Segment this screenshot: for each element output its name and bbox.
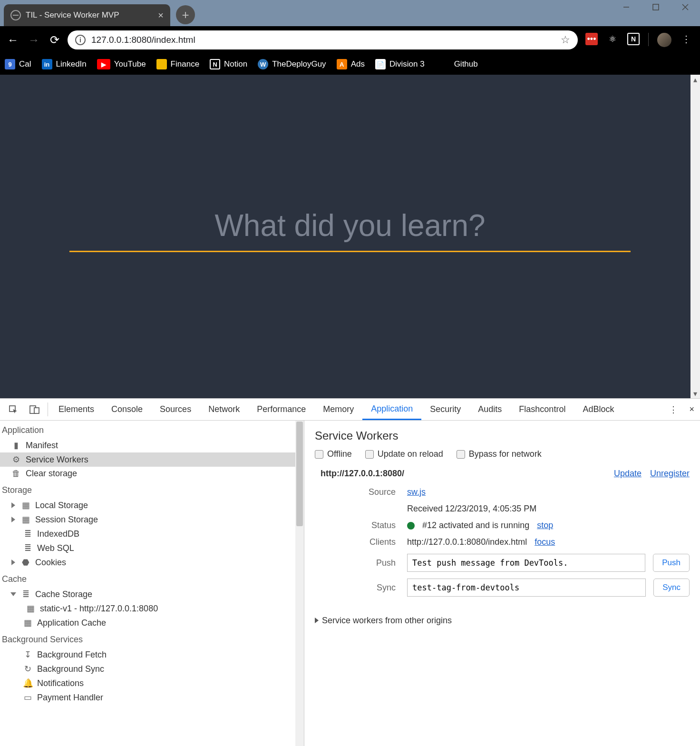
bookmark-github[interactable]: Github [454,59,478,69]
document-icon: 📄 [375,59,386,69]
chevron-right-icon [315,618,319,623]
unregister-link[interactable]: Unregister [650,469,690,479]
extension-lastpass-icon[interactable]: ••• [585,33,598,45]
forward-button[interactable]: → [26,32,42,48]
sync-button[interactable]: Sync [653,579,690,597]
back-button[interactable]: ← [5,32,21,48]
browser-tab[interactable]: TIL - Service Worker MVP × [4,4,170,26]
sidebar-cat-storage: Storage [0,481,304,498]
bookmark-cal[interactable]: 9Cal [5,59,31,69]
bookmark-finance[interactable]: Finance [156,59,199,69]
sidebar-item-bg-sync[interactable]: ↻Background Sync [0,662,304,676]
address-bar[interactable]: i 127.0.0.1:8080/index.html ☆ [68,30,578,49]
bookmark-youtube[interactable]: ▶YouTube [97,59,146,69]
devtools-close-icon[interactable]: × [683,399,700,420]
push-button[interactable]: Push [653,554,690,572]
browser-menu-icon[interactable]: ⋮ [680,33,692,45]
globe-icon [10,10,21,20]
chevron-right-icon [11,502,15,508]
scroll-down-icon[interactable]: ▾ [690,389,700,398]
sidebar-item-websql[interactable]: ≣Web SQL [0,541,304,555]
sidebar-item-local-storage[interactable]: ▦Local Storage [0,498,304,512]
status-label: Status [315,520,407,530]
devtools-sidebar: Application ▮Manifest ⚙Service Workers 🗑… [0,421,304,746]
close-tab-icon[interactable]: × [158,10,164,21]
update-link[interactable]: Update [614,469,642,479]
browser-titlebar: TIL - Service Worker MVP × + [0,0,700,26]
database-icon: ≣ [21,589,30,599]
sidebar-item-payment-handler[interactable]: ▭Payment Handler [0,690,304,705]
tab-elements[interactable]: Elements [50,399,103,420]
devtools-menu-icon[interactable]: ⋮ [663,399,683,420]
tab-network[interactable]: Network [200,399,248,420]
page-viewport: ▴ ▾ [0,75,700,398]
extension-react-icon[interactable]: ⚛ [606,33,619,45]
gear-icon: ⚙ [11,454,21,465]
bookmark-ads[interactable]: AAds [337,59,365,69]
device-toolbar-icon[interactable] [24,399,46,420]
inspect-element-icon[interactable] [3,399,24,420]
reload-button[interactable]: ⟳ [47,32,63,48]
window-close-button[interactable] [671,0,700,14]
minimize-button[interactable] [612,0,641,14]
chevron-down-icon [10,592,16,596]
sidebar-item-indexeddb[interactable]: ≣IndexedDB [0,527,304,541]
page-scrollbar[interactable]: ▴ ▾ [690,75,700,398]
tab-flashcontrol[interactable]: Flashcontrol [510,399,574,420]
sidebar-item-session-storage[interactable]: ▦Session Storage [0,512,304,527]
sidebar-item-service-workers[interactable]: ⚙Service Workers [0,452,304,467]
tab-memory[interactable]: Memory [314,399,362,420]
check-offline[interactable]: Offline [315,449,352,459]
sidebar-item-clear-storage[interactable]: 🗑Clear storage [0,467,304,481]
received-text: Received 12/23/2019, 4:05:35 PM [407,504,536,514]
extension-notion-icon[interactable]: N [627,33,640,45]
sidebar-item-cookies[interactable]: ⬣Cookies [0,555,304,569]
sidebar-scrollbar[interactable] [295,421,304,746]
browser-toolbar: ← → ⟳ i 127.0.0.1:8080/index.html ☆ ••• … [0,26,700,54]
sync-icon: ↻ [23,664,32,674]
maximize-button[interactable] [641,0,671,14]
panel-title: Service Workers [315,429,690,442]
scroll-up-icon[interactable]: ▴ [690,75,700,84]
tab-security[interactable]: Security [421,399,469,420]
sync-input[interactable] [407,579,646,597]
scrollbar-thumb[interactable] [296,422,303,526]
bookmark-linkedin[interactable]: inLinkedIn [42,59,87,69]
check-update-reload[interactable]: Update on reload [365,449,443,459]
sidebar-item-cache-storage[interactable]: ≣Cache Storage [0,587,304,601]
tab-adblock[interactable]: AdBlock [574,399,622,420]
new-tab-button[interactable]: + [176,5,195,24]
focus-link[interactable]: focus [535,537,555,547]
svg-rect-1 [653,4,659,10]
check-bypass-network[interactable]: Bypass for network [457,449,542,459]
checkbox-icon [315,450,323,459]
profile-avatar[interactable] [657,33,671,47]
sidebar-item-notifications[interactable]: 🔔Notifications [0,676,304,690]
sidebar-item-manifest[interactable]: ▮Manifest [0,438,304,452]
stop-link[interactable]: stop [537,520,553,530]
tab-performance[interactable]: Performance [248,399,314,420]
site-info-icon[interactable]: i [75,35,86,45]
hero-input[interactable] [69,208,631,252]
sidebar-item-cache-entry[interactable]: ▦static-v1 - http://127.0.0.1:8080 [0,601,304,616]
tab-audits[interactable]: Audits [469,399,510,420]
bookmark-division3[interactable]: 📄Division 3 [375,59,425,69]
tab-application[interactable]: Application [362,399,421,420]
url-text: 127.0.0.1:8080/index.html [91,35,195,45]
clients-label: Clients [315,537,407,547]
source-link[interactable]: sw.js [407,487,426,497]
cookie-icon: ⬣ [21,557,30,568]
tab-sources[interactable]: Sources [151,399,200,420]
bookmark-thedeployguy[interactable]: WTheDeployGuy [258,59,326,69]
tab-console[interactable]: Console [103,399,151,420]
service-workers-panel: Service Workers Offline Update on reload… [304,421,700,746]
other-origins-toggle[interactable]: Service workers from other origins [315,616,690,626]
notion-icon: N [210,59,220,69]
push-input[interactable] [407,554,645,572]
sidebar-item-application-cache[interactable]: ▦Application Cache [0,616,304,630]
bookmark-notion[interactable]: NNotion [210,59,247,69]
sidebar-item-bg-fetch[interactable]: ↧Background Fetch [0,648,304,662]
devtools: Elements Console Sources Network Perform… [0,398,700,746]
bookmark-star-icon[interactable]: ☆ [561,34,570,46]
checkbox-icon [365,450,374,459]
